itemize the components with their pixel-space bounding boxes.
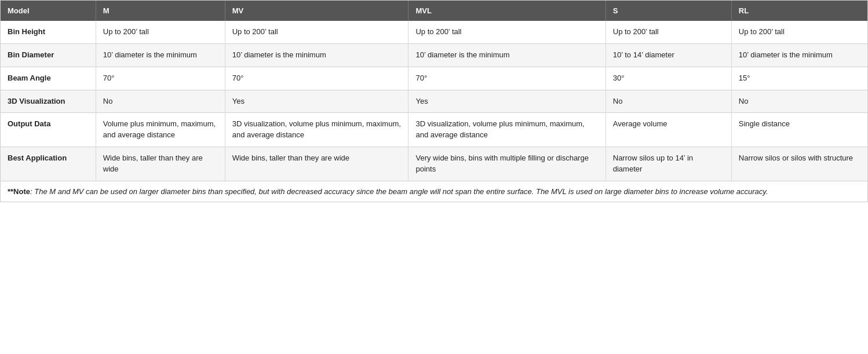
cell-m: Volume plus minimum, maximum, and averag… [96,113,225,147]
cell-mvl: 3D visualization, volume plus minimum, m… [409,113,606,147]
cell-mv: 70° [225,67,409,90]
cell-s: 30° [606,67,731,90]
cell-rl: Narrow silos or silos with structure [731,147,867,181]
cell-m: No [96,90,225,113]
cell-label: Bin Diameter [1,43,96,67]
header-rl: RL [731,1,867,21]
cell-rl: 10’ diameter is the minimum [731,43,867,67]
cell-s: No [606,90,731,113]
cell-mvl: Up to 200’ tall [409,21,606,43]
cell-s: Narrow silos up to 14’ in diameter [606,147,731,181]
table-row: Bin Diameter10’ diameter is the minimum1… [1,43,867,67]
model-comparison-table: Model M MV MVL S RL Bin HeightUp to 200’… [1,1,867,202]
note-text: **Note: The M and MV can be used on larg… [1,181,867,202]
cell-m: 10’ diameter is the minimum [96,43,225,67]
cell-mvl: Yes [409,90,606,113]
cell-mvl: Very wide bins, bins with multiple filli… [409,147,606,181]
header-model: Model [1,1,96,21]
table-row: 3D VisualizationNoYesYesNoNo [1,90,867,113]
table-row: Best ApplicationWide bins, taller than t… [1,147,867,181]
table-header-row: Model M MV MVL S RL [1,1,867,21]
cell-mvl: 10’ diameter is the minimum [409,43,606,67]
cell-s: Up to 200’ tall [606,21,731,43]
cell-label: Output Data [1,113,96,147]
cell-mv: Up to 200’ tall [225,21,409,43]
table-row: Beam Angle70°70°70°30°15° [1,67,867,90]
cell-m: 70° [96,67,225,90]
cell-m: Wide bins, taller than they are wide [96,147,225,181]
table-row: Bin HeightUp to 200’ tallUp to 200’ tall… [1,21,867,43]
cell-rl: Up to 200’ tall [731,21,867,43]
table-row: Output DataVolume plus minimum, maximum,… [1,113,867,147]
cell-mv: Wide bins, taller than they are wide [225,147,409,181]
cell-m: Up to 200’ tall [96,21,225,43]
cell-label: Bin Height [1,21,96,43]
cell-label: Best Application [1,147,96,181]
cell-label: Beam Angle [1,67,96,90]
cell-mv: 3D visualization, volume plus minimum, m… [225,113,409,147]
cell-rl: No [731,90,867,113]
cell-label: 3D Visualization [1,90,96,113]
cell-mv: 10’ diameter is the minimum [225,43,409,67]
cell-rl: Single distance [731,113,867,147]
cell-mv: Yes [225,90,409,113]
comparison-table-wrapper: Model M MV MVL S RL Bin HeightUp to 200’… [0,0,868,202]
cell-s: 10’ to 14’ diameter [606,43,731,67]
header-s: S [606,1,731,21]
cell-s: Average volume [606,113,731,147]
header-m: M [96,1,225,21]
cell-mvl: 70° [409,67,606,90]
cell-rl: 15° [731,67,867,90]
header-mv: MV [225,1,409,21]
note-row: **Note: The M and MV can be used on larg… [1,181,867,202]
header-mvl: MVL [409,1,606,21]
